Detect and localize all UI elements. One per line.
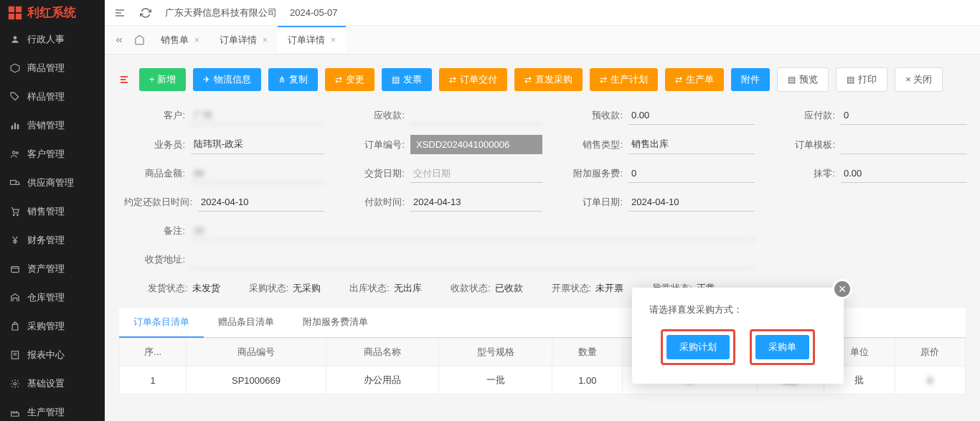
nav-item-10[interactable]: 采购管理 — [0, 312, 105, 341]
nav-label: 供应商管理 — [27, 176, 74, 189]
table-header: 序... — [120, 339, 187, 366]
nav-item-9[interactable]: 仓库管理 — [0, 283, 105, 312]
tab-order-items[interactable]: 订单条目清单 — [119, 308, 204, 338]
tab-close-icon[interactable]: × — [331, 35, 336, 45]
nav-label: 生产管理 — [27, 406, 65, 419]
print-button[interactable]: ▤打印 — [836, 67, 887, 92]
change-button[interactable]: ⇄变更 — [325, 68, 374, 91]
cart-icon — [10, 207, 20, 217]
tab-close-icon[interactable]: × — [263, 35, 268, 45]
receivable-input[interactable] — [410, 106, 542, 125]
nav-item-12[interactable]: 基础设置 — [0, 369, 105, 398]
tab-close-icon[interactable]: × — [194, 35, 199, 45]
refresh-icon[interactable] — [139, 6, 152, 19]
payment-time-input[interactable] — [410, 193, 542, 212]
tabs-scroll-left-icon[interactable] — [110, 32, 128, 49]
nav-label: 资产管理 — [27, 262, 65, 275]
address-input[interactable] — [191, 250, 755, 269]
order-template-input[interactable] — [841, 136, 967, 154]
tab-1[interactable]: 订单详情× — [209, 27, 278, 54]
close-button[interactable]: × 关闭 — [895, 67, 943, 92]
nav-item-3[interactable]: 营销管理 — [0, 111, 105, 140]
remark-label: 备注: — [119, 224, 191, 237]
order-no-label: 订单编号: — [339, 138, 410, 151]
repayment-date-input[interactable] — [198, 193, 324, 212]
nav-item-5[interactable]: 供应商管理 — [0, 169, 105, 197]
customer-input[interactable] — [191, 106, 324, 125]
nav-label: 报表中心 — [27, 349, 65, 361]
payable-input[interactable] — [841, 106, 967, 125]
add-button[interactable]: + 新增 — [139, 68, 186, 91]
attachment-button[interactable]: 附件 — [731, 68, 770, 91]
prepaid-input[interactable] — [628, 106, 755, 125]
direct-purchase-button[interactable]: ⇄直发采购 — [514, 68, 583, 91]
tabbar: 销售单×订单详情×订单详情× — [105, 26, 980, 55]
tab-2[interactable]: 订单详情× — [278, 26, 346, 53]
nav-item-0[interactable]: 行政人事 — [0, 25, 105, 54]
logistics-label: 物流信息 — [214, 73, 251, 86]
svg-point-4 — [14, 36, 17, 39]
svg-rect-10 — [11, 181, 17, 185]
order-date-input[interactable] — [628, 193, 755, 212]
production-plan-button[interactable]: ⇄生产计划 — [590, 68, 658, 91]
purchase-plan-button[interactable]: 采购计划 — [666, 335, 730, 359]
main-content: 广东天舜信息科技有限公司 2024-05-07 销售单×订单详情×订单详情× +… — [105, 0, 980, 421]
people-icon — [10, 149, 20, 159]
copy-button[interactable]: ⋔复制 — [268, 68, 318, 91]
payment-time-label: 付款时间: — [339, 196, 410, 209]
collapse-icon[interactable] — [119, 73, 132, 86]
purchase-status-label: 采购状态: — [249, 282, 289, 295]
delivery-date-label: 交货日期: — [339, 167, 410, 180]
logo-icon — [7, 5, 23, 21]
nav-label: 销售管理 — [27, 205, 65, 218]
deliver-button[interactable]: ⇄订单交付 — [439, 68, 507, 91]
nav-item-2[interactable]: 样品管理 — [0, 82, 105, 111]
home-icon[interactable] — [131, 32, 148, 49]
nav-item-8[interactable]: 资产管理 — [0, 255, 105, 283]
tab-label: 订单详情 — [220, 34, 257, 47]
goods-amount-input[interactable] — [191, 164, 324, 183]
nav-label: 营销管理 — [27, 119, 65, 132]
sales-type-input[interactable] — [628, 136, 755, 154]
logistics-button[interactable]: ✈物流信息 — [193, 68, 261, 91]
sidebar: 利红系统 行政人事商品管理样品管理营销管理客户管理供应商管理销售管理财务管理资产… — [0, 0, 105, 421]
remark-input[interactable] — [191, 222, 755, 240]
nav-item-6[interactable]: 销售管理 — [0, 197, 105, 226]
customer-label: 客户: — [119, 109, 191, 122]
svg-rect-3 — [16, 13, 22, 19]
change-label: 变更 — [346, 73, 364, 86]
receivable-label: 应收款: — [339, 109, 410, 122]
nav-item-11[interactable]: 报表中心 — [0, 341, 105, 369]
content-area: + 新增 ✈物流信息 ⋔复制 ⇄变更 ▤发票 ⇄订单交付 ⇄直发采购 ⇄生产计划… — [105, 55, 980, 421]
report-icon — [10, 350, 20, 360]
cube-icon — [10, 63, 20, 73]
shipping-status-label: 发货状态: — [148, 282, 188, 295]
rounding-input[interactable] — [841, 164, 967, 183]
modal-close-button[interactable]: × — [832, 279, 852, 299]
preview-button[interactable]: ▤预览 — [777, 67, 829, 92]
nav-item-4[interactable]: 客户管理 — [0, 140, 105, 169]
menu-toggle-icon[interactable] — [113, 6, 126, 19]
nav-item-7[interactable]: 财务管理 — [0, 226, 105, 255]
purchase-order-highlight: 采购单 — [750, 329, 815, 365]
tab-0[interactable]: 销售单× — [151, 27, 209, 54]
delivery-date-input[interactable] — [410, 164, 542, 183]
nav-item-1[interactable]: 商品管理 — [0, 54, 105, 82]
tab-gift-items[interactable]: 赠品条目清单 — [204, 308, 288, 337]
chart-icon — [10, 120, 20, 131]
svg-rect-2 — [9, 13, 14, 19]
salesperson-input[interactable] — [191, 136, 324, 154]
nav-item-13[interactable]: 生产管理 — [0, 398, 105, 421]
order-no-input — [410, 135, 542, 154]
invoice-button[interactable]: ▤发票 — [382, 68, 432, 91]
tab-service-fees[interactable]: 附加服务费清单 — [288, 308, 382, 337]
service-fee-label: 附加服务费: — [557, 167, 628, 180]
nav-label: 样品管理 — [27, 90, 65, 103]
outbound-status-label: 出库状态: — [349, 282, 390, 295]
purchase-order-button[interactable]: 采购单 — [755, 335, 809, 359]
nav-label: 客户管理 — [27, 148, 65, 161]
table-cell: 0 — [895, 366, 965, 394]
service-fee-input[interactable] — [628, 164, 755, 183]
production-order-button[interactable]: ⇄生产单 — [665, 68, 724, 91]
table-header: 原价 — [895, 339, 965, 366]
